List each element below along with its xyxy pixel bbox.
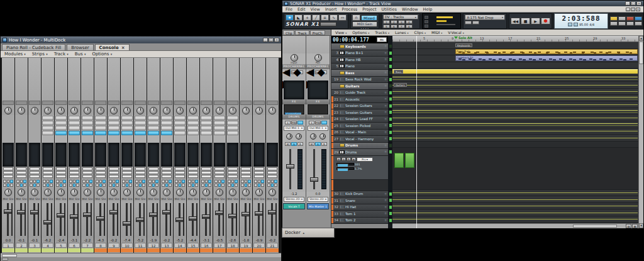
solo-button[interactable]	[258, 180, 261, 183]
interleave-button[interactable]	[20, 184, 23, 187]
fader-handle[interactable]	[30, 210, 38, 214]
pan-knob[interactable]	[240, 187, 252, 197]
fx-bin[interactable]: CompGate	[284, 104, 304, 114]
record-button[interactable]: R	[321, 142, 327, 146]
mute-button[interactable]	[241, 180, 244, 183]
gain-knob[interactable]	[28, 106, 41, 115]
input-selector[interactable]	[227, 101, 238, 105]
mute-button[interactable]	[109, 180, 112, 183]
mute-button[interactable]	[16, 180, 19, 183]
screenset-button-8[interactable]: 8	[406, 25, 413, 28]
prochannel-modules[interactable]	[55, 115, 67, 143]
record-button[interactable]	[182, 180, 185, 183]
pc-module-row[interactable]	[174, 126, 186, 130]
record-button[interactable]	[76, 180, 79, 183]
minimize-button[interactable]: _	[625, 1, 630, 6]
track-row-menu-icon[interactable]: ≡	[384, 45, 388, 48]
solo-button[interactable]	[165, 180, 169, 183]
record-button[interactable]: R	[347, 157, 351, 161]
pc-module-row[interactable]	[108, 116, 119, 120]
pc-module-row[interactable]	[135, 116, 146, 120]
gain-knob[interactable]	[147, 106, 160, 115]
gain-knob[interactable]	[2, 106, 14, 115]
volume-fader[interactable]	[81, 201, 94, 238]
volume-fader[interactable]	[121, 201, 133, 238]
pc-module-row[interactable]	[187, 121, 199, 125]
tool-strength-slider[interactable]	[320, 22, 336, 26]
write-button[interactable]	[267, 184, 270, 187]
record-button[interactable]	[10, 180, 13, 183]
input-selector[interactable]	[174, 101, 186, 105]
hardware-out-dropdown[interactable]: Stereo 2D-2▾	[284, 197, 304, 202]
console-channel-strip[interactable]: Mst Ste 1-0.221	[266, 58, 279, 261]
tool-button-5[interactable]: ∿	[330, 14, 338, 21]
console-channel-strip[interactable]: Mst Ste 1-1.912	[147, 58, 160, 261]
doc-close-button[interactable]: ×	[636, 8, 640, 11]
write-button[interactable]	[56, 184, 59, 187]
solo-button[interactable]: S	[315, 142, 321, 146]
inspector-strip-1[interactable]: PanPROCHANNELTub◀ ◆ ▶FXDRUMS1PREOut Mst …	[306, 36, 330, 209]
phase-button[interactable]	[235, 184, 238, 187]
fader-handle[interactable]	[286, 164, 294, 169]
interleave-button[interactable]	[99, 184, 103, 187]
screenset-button-1[interactable]: 1	[383, 20, 390, 24]
send-slot[interactable]	[135, 171, 145, 174]
interleave-button[interactable]	[60, 184, 63, 187]
gain-knob[interactable]	[253, 106, 265, 115]
pc-module-row[interactable]	[227, 116, 238, 120]
level-knob[interactable]	[286, 133, 292, 140]
console-channel-strip[interactable]: Mst Ste 1-4.415	[187, 58, 199, 261]
mute-button[interactable]	[3, 180, 6, 183]
write-button[interactable]	[228, 184, 231, 187]
drum-clip[interactable]	[405, 153, 414, 168]
mute-button[interactable]: M	[336, 157, 341, 161]
send-slot[interactable]	[214, 171, 225, 174]
console-menu-strips[interactable]: Strips ▾	[32, 52, 48, 57]
record-button[interactable]	[63, 180, 66, 183]
clip-lane-5[interactable]	[392, 62, 638, 69]
interleave-button[interactable]	[33, 184, 36, 187]
pc-module-row[interactable]	[135, 126, 146, 130]
solo-button[interactable]	[245, 180, 248, 183]
send-slot[interactable]	[214, 167, 225, 170]
solo-button[interactable]	[192, 180, 195, 183]
send-slot[interactable]	[96, 175, 106, 178]
input-selector[interactable]	[16, 101, 27, 105]
menu-insert[interactable]: Insert	[325, 7, 337, 12]
record-button[interactable]	[274, 180, 277, 183]
pc-nav-arrows[interactable]: ◀ ◆ ▶	[306, 75, 330, 81]
multidock-tab-browser[interactable]: Browser	[67, 44, 93, 50]
doc-restore-button[interactable]: □	[631, 8, 635, 11]
fader-handle[interactable]	[4, 209, 12, 214]
phase-button[interactable]	[103, 184, 106, 187]
phase-button[interactable]	[129, 184, 132, 187]
send-slot[interactable]	[3, 167, 13, 170]
track-row-menu-icon[interactable]: ≡	[384, 71, 388, 74]
console-channel-strip[interactable]: Mst Ste 1-2.27	[81, 58, 94, 261]
pc-module-row[interactable]	[148, 121, 159, 125]
interleave-button[interactable]	[139, 184, 142, 187]
track-row-menu-icon[interactable]: ≡	[384, 97, 388, 101]
send-slot[interactable]	[162, 167, 172, 170]
fader-handle[interactable]	[57, 213, 65, 218]
send-slot[interactable]	[82, 171, 92, 174]
playhead[interactable]	[416, 36, 417, 228]
pc-module-row[interactable]	[187, 116, 199, 120]
mute-button[interactable]	[43, 180, 46, 183]
send-slot[interactable]	[69, 175, 79, 178]
track-row-menu-icon[interactable]: ≡	[384, 111, 388, 114]
docker-collapsed-bar[interactable]: Docker ▴	[282, 228, 335, 238]
menu-view[interactable]: View	[310, 7, 319, 12]
gain-knob[interactable]	[266, 106, 279, 115]
mute-button[interactable]: M	[285, 142, 291, 146]
pc-module-row[interactable]	[214, 126, 225, 130]
input-selector[interactable]	[161, 101, 172, 105]
write-button[interactable]	[3, 184, 6, 187]
tab-close-icon[interactable]: ×	[121, 45, 125, 50]
track-row-26[interactable]: 26Vocal - Main≡	[331, 130, 388, 136]
mute-button[interactable]	[214, 180, 218, 183]
pan-knob[interactable]	[134, 187, 147, 197]
time-format-dropdown[interactable]: Ms	[377, 37, 387, 42]
fader-handle[interactable]	[255, 211, 263, 216]
send-slot[interactable]	[188, 171, 198, 174]
